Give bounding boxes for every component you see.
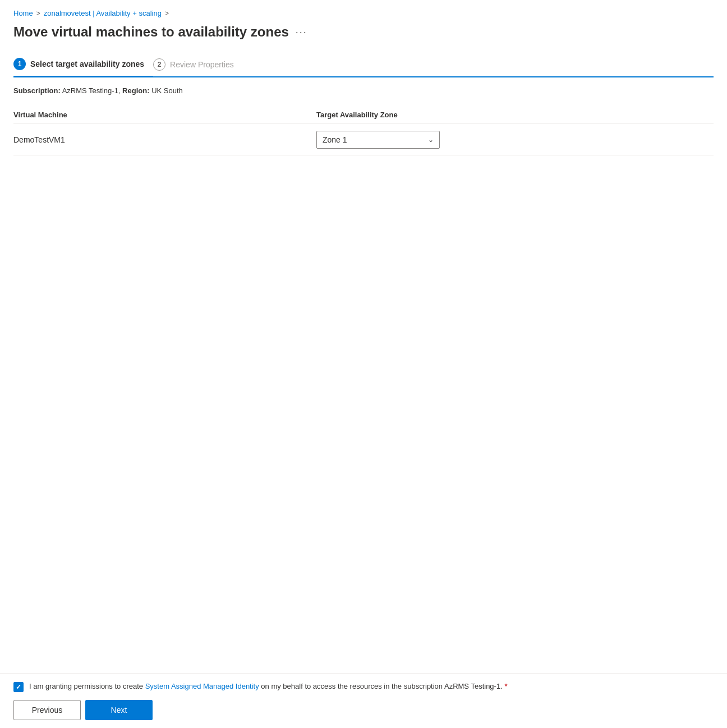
zone-select-value: Zone 1: [323, 135, 347, 144]
step-1-label: Select target availability zones: [30, 59, 144, 68]
consent-text-after: on my behalf to access the resources in …: [261, 682, 502, 690]
breadcrumb-separator-2: >: [165, 10, 169, 17]
column-header-zone: Target Availability Zone: [316, 111, 714, 119]
consent-link[interactable]: System Assigned Managed Identity: [145, 682, 259, 690]
consent-required-marker: *: [504, 682, 507, 690]
step-1[interactable]: 1 Select target availability zones: [13, 53, 153, 77]
vm-name: DemoTestVM1: [13, 135, 316, 144]
step-2-label: Review Properties: [170, 60, 234, 69]
chevron-down-icon: ⌄: [428, 136, 434, 144]
step-1-badge: 1: [13, 58, 26, 70]
subscription-value: AzRMS Testing-1,: [62, 86, 121, 95]
more-options-icon[interactable]: ···: [296, 26, 307, 38]
wizard-steps: 1 Select target availability zones 2 Rev…: [13, 53, 714, 77]
next-button[interactable]: Next: [85, 700, 153, 720]
step-2[interactable]: 2 Review Properties: [153, 54, 243, 76]
table-row: DemoTestVM1 Zone 1 ⌄: [13, 124, 714, 156]
checkbox-check-icon: ✓: [16, 683, 21, 691]
breadcrumb-home[interactable]: Home: [13, 9, 33, 17]
consent-text: I am granting permissions to create Syst…: [29, 681, 507, 692]
consent-text-before: I am granting permissions to create: [29, 682, 143, 690]
page-title-row: Move virtual machines to availability zo…: [13, 24, 714, 40]
subscription-label: Subscription:: [13, 86, 61, 95]
vm-table: Virtual Machine Target Availability Zone…: [13, 106, 714, 156]
step-2-badge: 2: [153, 58, 165, 71]
footer-bar: ✓ I am granting permissions to create Sy…: [0, 673, 727, 728]
breadcrumb-separator-1: >: [36, 10, 40, 17]
breadcrumb-resource[interactable]: zonalmovetest | Availability + scaling: [44, 9, 162, 17]
region-label: Region:: [122, 86, 149, 95]
consent-row: ✓ I am granting permissions to create Sy…: [13, 681, 714, 692]
action-buttons: Previous Next: [13, 700, 714, 720]
subscription-info: Subscription: AzRMS Testing-1, Region: U…: [13, 86, 714, 95]
column-header-vm: Virtual Machine: [13, 111, 316, 119]
table-header: Virtual Machine Target Availability Zone: [13, 106, 714, 124]
consent-checkbox[interactable]: ✓: [13, 682, 24, 692]
zone-select-wrapper: Zone 1 ⌄: [316, 131, 714, 149]
zone-select[interactable]: Zone 1 ⌄: [316, 131, 440, 149]
breadcrumb: Home > zonalmovetest | Availability + sc…: [13, 9, 714, 17]
region-value: UK South: [151, 86, 183, 95]
previous-button[interactable]: Previous: [13, 700, 81, 720]
page-title: Move virtual machines to availability zo…: [13, 24, 289, 40]
